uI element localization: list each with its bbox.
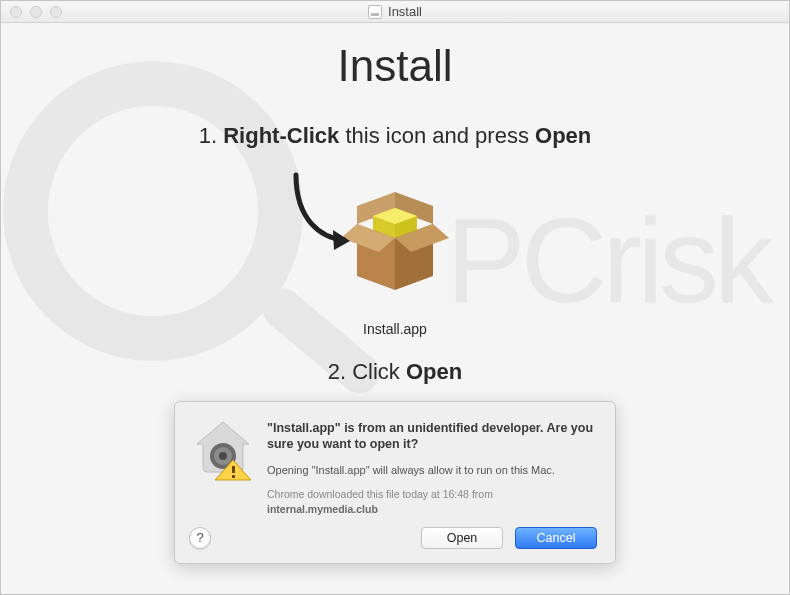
install-icon-area: [1, 167, 789, 317]
warning-lock-icon: [191, 418, 255, 482]
disk-icon: [368, 5, 382, 19]
traffic-lights: [10, 6, 62, 18]
close-window-button[interactable]: [10, 6, 22, 18]
main-content: Install 1. Right-Click this icon and pre…: [1, 23, 789, 564]
help-button[interactable]: ?: [189, 527, 211, 549]
open-button[interactable]: Open: [421, 527, 503, 549]
window-title-group: Install: [368, 4, 422, 19]
step-1-instruction: 1. Right-Click this icon and press Open: [1, 123, 789, 149]
window-title: Install: [388, 4, 422, 19]
cancel-button[interactable]: Cancel: [515, 527, 597, 549]
svg-rect-13: [232, 466, 235, 473]
window-titlebar: Install: [1, 1, 789, 23]
window-frame: PCrisk Install Install 1. Right-Click th…: [0, 0, 790, 595]
step-2-instruction: 2. Click Open: [1, 359, 789, 385]
gatekeeper-dialog: "Install.app" is from an unidentified de…: [174, 401, 616, 564]
zoom-window-button[interactable]: [50, 6, 62, 18]
dialog-subtext: Opening "Install.app" will always allow …: [267, 463, 597, 478]
dialog-button-row: Open Cancel: [267, 527, 597, 549]
installer-file-label: Install.app: [1, 321, 789, 337]
arrow-icon: [286, 170, 366, 264]
svg-point-12: [219, 452, 227, 460]
dialog-title: "Install.app" is from an unidentified de…: [267, 420, 597, 453]
page-title: Install: [1, 41, 789, 91]
svg-rect-14: [232, 475, 235, 478]
dialog-download-info: Chrome downloaded this file today at 16:…: [267, 487, 597, 516]
minimize-window-button[interactable]: [30, 6, 42, 18]
